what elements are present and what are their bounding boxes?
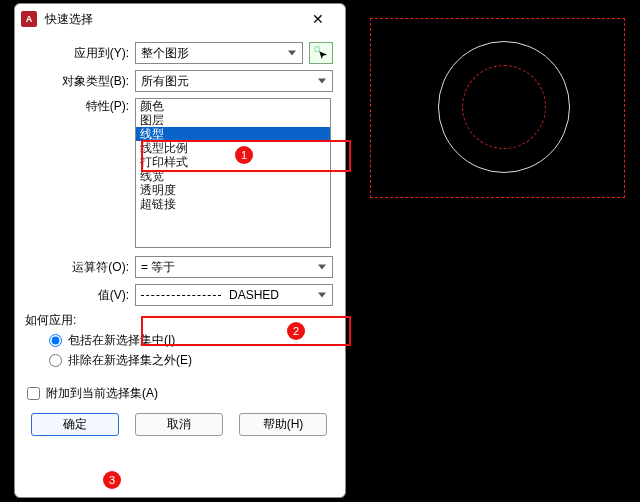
object-type-select[interactable]: 所有图元 (135, 70, 333, 92)
apply-to-select[interactable]: 整个图形 (135, 42, 303, 64)
object-type-label: 对象类型(B): (25, 73, 135, 90)
value-text: DASHED (229, 288, 279, 302)
properties-listbox[interactable]: 颜色图层线型线型比例打印样式线宽透明度超链接 (135, 98, 331, 248)
help-button-label: 帮助(H) (263, 416, 304, 433)
dashed-circle (462, 65, 546, 149)
property-item[interactable]: 图层 (136, 113, 330, 127)
radio-include-label: 包括在新选择集中(I) (68, 332, 175, 349)
svg-rect-0 (315, 47, 319, 51)
dialog-body: 应用到(Y): 整个图形 对象类型(B): 所有图元 特性(P): 颜色图层线型… (15, 34, 345, 454)
cancel-button[interactable]: 取消 (135, 413, 223, 436)
object-type-value: 所有图元 (141, 73, 189, 90)
close-button[interactable]: ✕ (297, 5, 339, 33)
pick-objects-button[interactable] (309, 42, 333, 64)
dialog-title: 快速选择 (45, 11, 297, 28)
property-item[interactable]: 线型 (136, 127, 330, 141)
quick-select-dialog: A 快速选择 ✕ 应用到(Y): 整个图形 对象类型(B): 所有图元 特性(P… (14, 3, 346, 498)
help-button[interactable]: 帮助(H) (239, 413, 327, 436)
callout-badge-2: 2 (287, 322, 305, 340)
apply-to-label: 应用到(Y): (25, 45, 135, 62)
ok-button-label: 确定 (63, 416, 87, 433)
property-item[interactable]: 超链接 (136, 197, 330, 211)
radio-exclude[interactable]: 排除在新选择集之外(E) (49, 352, 333, 369)
operator-value: = 等于 (141, 259, 175, 276)
button-bar: 确定 取消 帮助(H) (25, 405, 333, 444)
radio-exclude-label: 排除在新选择集之外(E) (68, 352, 192, 369)
property-item[interactable]: 颜色 (136, 99, 330, 113)
apply-to-value: 整个图形 (141, 45, 189, 62)
property-item[interactable]: 线型比例 (136, 141, 330, 155)
radio-include-input[interactable] (49, 334, 62, 347)
operator-select[interactable]: = 等于 (135, 256, 333, 278)
titlebar: A 快速选择 ✕ (15, 4, 345, 34)
properties-label: 特性(P): (25, 98, 135, 115)
append-checkbox[interactable]: 附加到当前选择集(A) (27, 385, 333, 402)
operator-label: 运算符(O): (25, 259, 135, 276)
append-checkbox-label: 附加到当前选择集(A) (46, 385, 158, 402)
property-item[interactable]: 打印样式 (136, 155, 330, 169)
ok-button[interactable]: 确定 (31, 413, 119, 436)
radio-exclude-input[interactable] (49, 354, 62, 367)
callout-badge-3: 3 (103, 471, 121, 489)
value-select[interactable]: DASHED (135, 284, 333, 306)
callout-badge-1: 1 (235, 146, 253, 164)
app-icon: A (21, 11, 37, 27)
cad-preview (370, 18, 625, 198)
cancel-button-label: 取消 (167, 416, 191, 433)
cursor-pick-icon (314, 46, 328, 60)
value-label: 值(V): (25, 287, 135, 304)
property-item[interactable]: 线宽 (136, 169, 330, 183)
append-checkbox-input[interactable] (27, 387, 40, 400)
dashed-linetype-icon (141, 295, 221, 296)
value-sample: DASHED (141, 288, 327, 302)
property-item[interactable]: 透明度 (136, 183, 330, 197)
how-apply-group: 如何应用: 包括在新选择集中(I) 排除在新选择集之外(E) (25, 312, 333, 369)
close-icon: ✕ (312, 11, 324, 27)
